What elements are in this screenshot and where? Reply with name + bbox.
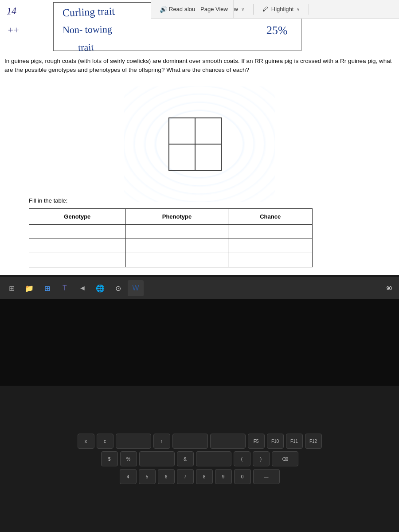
- table-row: [29, 225, 313, 239]
- key-blank3: [210, 434, 246, 449]
- taskbar-time: 90: [387, 286, 395, 291]
- taskbar-show-desktop-icon[interactable]: ⊞: [4, 280, 20, 296]
- col-genotype-header: Genotype: [29, 209, 126, 225]
- taskbar-file-explorer-icon[interactable]: 📁: [21, 280, 37, 296]
- punnett-cell-1: [169, 118, 195, 144]
- row1-genotype: [29, 225, 126, 239]
- table-row: [29, 239, 313, 253]
- taskbar: ⊞ 📁 ⊞ T ◄ 🌐 ⊙ W 90: [0, 277, 399, 299]
- keyboard-row-symbols: $ % & ( ) ⌫: [101, 451, 298, 466]
- key-x[interactable]: x: [78, 434, 94, 449]
- draw-chevron-icon: ∨: [241, 7, 244, 12]
- punnett-cell-2: [195, 118, 221, 144]
- key-f12[interactable]: F12: [305, 434, 322, 449]
- hw-number2: 25%: [266, 24, 288, 38]
- key-ampersand[interactable]: &: [177, 451, 194, 466]
- key-open-paren[interactable]: (: [234, 451, 250, 466]
- key-dash[interactable]: —: [253, 469, 280, 484]
- key-c[interactable]: c: [97, 434, 113, 449]
- keyboard-row-function: x c ↑ F5 F10 F11 F12: [78, 434, 322, 449]
- fill-table-label: Fill in the table:: [29, 197, 67, 204]
- row3-chance: [228, 253, 313, 267]
- taskbar-teams-icon[interactable]: T: [57, 280, 73, 296]
- toolbar: Page View 🔊 Read aloud ▽ Draw ∨ 🖊 Highli…: [151, 0, 399, 19]
- key-9[interactable]: 9: [215, 469, 232, 484]
- highlight-chevron-icon: ∨: [297, 7, 300, 12]
- key-7[interactable]: 7: [177, 469, 194, 484]
- punnett-square: [168, 117, 222, 171]
- hw-line1: Curling trait: [63, 5, 115, 19]
- keyboard-row-numbers: 4 5 6 7 8 9 0 —: [120, 469, 280, 484]
- taskbar-chrome-icon[interactable]: ⊙: [110, 280, 126, 296]
- question-text: In guinea pigs, rough coats (with lots o…: [4, 57, 395, 75]
- key-6[interactable]: 6: [158, 469, 175, 484]
- hw-line2: Non- towing: [63, 23, 112, 36]
- col-phenotype-header: Phenotype: [125, 209, 228, 225]
- key-4[interactable]: 4: [120, 469, 137, 484]
- row1-chance: [228, 225, 313, 239]
- taskbar-time-value: 90: [387, 286, 392, 291]
- col-chance-header: Chance: [228, 209, 313, 225]
- key-8[interactable]: 8: [196, 469, 213, 484]
- table-row: [29, 253, 313, 267]
- data-table: Genotype Phenotype Chance: [29, 208, 313, 267]
- taskbar-arrow-icon[interactable]: ◄: [74, 280, 90, 296]
- key-percent[interactable]: %: [120, 451, 137, 466]
- taskbar-windows-store-icon[interactable]: ⊞: [39, 280, 55, 296]
- row3-genotype: [29, 253, 126, 267]
- key-blank2: [172, 434, 208, 449]
- highlight-label: Highlight: [271, 6, 294, 12]
- row1-phenotype: [125, 225, 228, 239]
- key-close-paren[interactable]: ): [253, 451, 270, 466]
- key-blank1: [116, 434, 151, 449]
- row3-phenotype: [125, 253, 228, 267]
- read-aloud-icon: 🔊: [160, 6, 167, 13]
- taskbar-word-icon[interactable]: W: [128, 280, 144, 296]
- key-blank5: [196, 451, 231, 466]
- document-area: Page View 🔊 Read aloud ▽ Draw ∨ 🖊 Highli…: [0, 0, 399, 275]
- handwritten-number-tt: ++: [8, 24, 19, 36]
- highlight-button[interactable]: 🖊 Highlight ∨: [259, 4, 304, 14]
- keyboard-area: x c ↑ F5 F10 F11 F12 $ % & ( ) ⌫ 4 5 6 7…: [0, 386, 399, 532]
- row2-chance: [228, 239, 313, 253]
- hw-trait: trait: [78, 41, 94, 54]
- key-up[interactable]: ↑: [153, 434, 170, 449]
- key-5[interactable]: 5: [139, 469, 156, 484]
- key-f11[interactable]: F11: [286, 434, 303, 449]
- page-view-tab[interactable]: Page View: [195, 0, 234, 19]
- key-f5[interactable]: F5: [248, 434, 265, 449]
- taskbar-edge-icon[interactable]: 🌐: [92, 280, 108, 296]
- page-view-label: Page View: [200, 6, 228, 12]
- key-0[interactable]: 0: [234, 469, 251, 484]
- toolbar-separator-3: [309, 4, 309, 15]
- row2-genotype: [29, 239, 126, 253]
- handwritten-number-14: 14: [7, 5, 17, 17]
- table-header-row: Genotype Phenotype Chance: [29, 209, 313, 225]
- key-f10[interactable]: F10: [267, 434, 284, 449]
- key-dollar[interactable]: $: [101, 451, 118, 466]
- punnett-cell-3: [169, 144, 195, 170]
- key-blank4: [139, 451, 175, 466]
- punnett-cell-4: [195, 144, 221, 170]
- toolbar-separator-2: [253, 4, 254, 15]
- highlight-icon: 🖊: [262, 6, 268, 12]
- punnett-container: [155, 104, 244, 184]
- read-aloud-label: Read aloud: [169, 6, 199, 12]
- row2-phenotype: [125, 239, 228, 253]
- key-backspace[interactable]: ⌫: [272, 451, 298, 466]
